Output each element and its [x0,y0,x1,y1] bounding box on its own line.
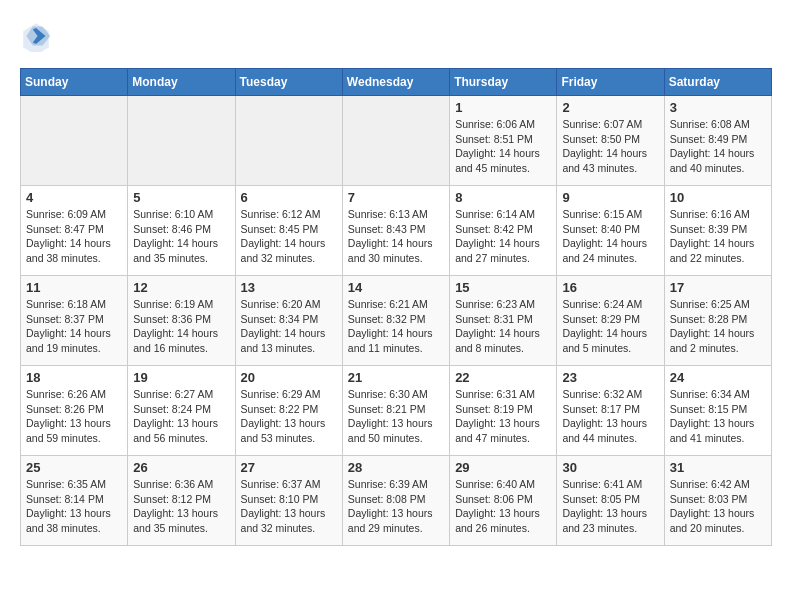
day-number: 23 [562,370,658,385]
day-number: 27 [241,460,337,475]
day-info: Sunrise: 6:18 AMSunset: 8:37 PMDaylight:… [26,297,122,356]
day-info: Sunrise: 6:21 AMSunset: 8:32 PMDaylight:… [348,297,444,356]
day-info: Sunrise: 6:12 AMSunset: 8:45 PMDaylight:… [241,207,337,266]
day-header-thursday: Thursday [450,69,557,96]
day-info: Sunrise: 6:08 AMSunset: 8:49 PMDaylight:… [670,117,766,176]
day-number: 19 [133,370,229,385]
week-row-2: 4Sunrise: 6:09 AMSunset: 8:47 PMDaylight… [21,186,772,276]
day-cell-24: 24Sunrise: 6:34 AMSunset: 8:15 PMDayligh… [664,366,771,456]
day-cell-4: 4Sunrise: 6:09 AMSunset: 8:47 PMDaylight… [21,186,128,276]
day-info: Sunrise: 6:35 AMSunset: 8:14 PMDaylight:… [26,477,122,536]
day-cell-23: 23Sunrise: 6:32 AMSunset: 8:17 PMDayligh… [557,366,664,456]
day-info: Sunrise: 6:40 AMSunset: 8:06 PMDaylight:… [455,477,551,536]
day-number: 11 [26,280,122,295]
day-cell-7: 7Sunrise: 6:13 AMSunset: 8:43 PMDaylight… [342,186,449,276]
logo [20,20,56,52]
day-cell-9: 9Sunrise: 6:15 AMSunset: 8:40 PMDaylight… [557,186,664,276]
day-cell-11: 11Sunrise: 6:18 AMSunset: 8:37 PMDayligh… [21,276,128,366]
day-cell-26: 26Sunrise: 6:36 AMSunset: 8:12 PMDayligh… [128,456,235,546]
header-row: SundayMondayTuesdayWednesdayThursdayFrid… [21,69,772,96]
day-cell-19: 19Sunrise: 6:27 AMSunset: 8:24 PMDayligh… [128,366,235,456]
day-cell-20: 20Sunrise: 6:29 AMSunset: 8:22 PMDayligh… [235,366,342,456]
day-info: Sunrise: 6:20 AMSunset: 8:34 PMDaylight:… [241,297,337,356]
day-cell-28: 28Sunrise: 6:39 AMSunset: 8:08 PMDayligh… [342,456,449,546]
day-number: 21 [348,370,444,385]
day-number: 3 [670,100,766,115]
day-number: 1 [455,100,551,115]
day-number: 7 [348,190,444,205]
day-number: 24 [670,370,766,385]
day-header-tuesday: Tuesday [235,69,342,96]
day-cell-30: 30Sunrise: 6:41 AMSunset: 8:05 PMDayligh… [557,456,664,546]
day-header-friday: Friday [557,69,664,96]
day-number: 2 [562,100,658,115]
week-row-1: 1Sunrise: 6:06 AMSunset: 8:51 PMDaylight… [21,96,772,186]
day-cell-12: 12Sunrise: 6:19 AMSunset: 8:36 PMDayligh… [128,276,235,366]
day-info: Sunrise: 6:30 AMSunset: 8:21 PMDaylight:… [348,387,444,446]
day-info: Sunrise: 6:06 AMSunset: 8:51 PMDaylight:… [455,117,551,176]
day-cell-21: 21Sunrise: 6:30 AMSunset: 8:21 PMDayligh… [342,366,449,456]
day-cell-6: 6Sunrise: 6:12 AMSunset: 8:45 PMDaylight… [235,186,342,276]
day-info: Sunrise: 6:41 AMSunset: 8:05 PMDaylight:… [562,477,658,536]
day-info: Sunrise: 6:26 AMSunset: 8:26 PMDaylight:… [26,387,122,446]
header [20,20,772,52]
day-number: 29 [455,460,551,475]
day-cell-17: 17Sunrise: 6:25 AMSunset: 8:28 PMDayligh… [664,276,771,366]
day-number: 8 [455,190,551,205]
empty-cell [21,96,128,186]
day-header-monday: Monday [128,69,235,96]
day-number: 22 [455,370,551,385]
day-header-wednesday: Wednesday [342,69,449,96]
day-info: Sunrise: 6:13 AMSunset: 8:43 PMDaylight:… [348,207,444,266]
calendar-body: 1Sunrise: 6:06 AMSunset: 8:51 PMDaylight… [21,96,772,546]
day-number: 31 [670,460,766,475]
day-number: 5 [133,190,229,205]
day-info: Sunrise: 6:29 AMSunset: 8:22 PMDaylight:… [241,387,337,446]
day-number: 14 [348,280,444,295]
day-number: 28 [348,460,444,475]
day-cell-2: 2Sunrise: 6:07 AMSunset: 8:50 PMDaylight… [557,96,664,186]
day-cell-1: 1Sunrise: 6:06 AMSunset: 8:51 PMDaylight… [450,96,557,186]
day-number: 18 [26,370,122,385]
day-number: 6 [241,190,337,205]
day-cell-15: 15Sunrise: 6:23 AMSunset: 8:31 PMDayligh… [450,276,557,366]
empty-cell [235,96,342,186]
day-info: Sunrise: 6:31 AMSunset: 8:19 PMDaylight:… [455,387,551,446]
week-row-3: 11Sunrise: 6:18 AMSunset: 8:37 PMDayligh… [21,276,772,366]
day-cell-27: 27Sunrise: 6:37 AMSunset: 8:10 PMDayligh… [235,456,342,546]
day-info: Sunrise: 6:34 AMSunset: 8:15 PMDaylight:… [670,387,766,446]
day-cell-22: 22Sunrise: 6:31 AMSunset: 8:19 PMDayligh… [450,366,557,456]
day-info: Sunrise: 6:27 AMSunset: 8:24 PMDaylight:… [133,387,229,446]
day-info: Sunrise: 6:14 AMSunset: 8:42 PMDaylight:… [455,207,551,266]
day-number: 10 [670,190,766,205]
day-info: Sunrise: 6:37 AMSunset: 8:10 PMDaylight:… [241,477,337,536]
calendar-header: SundayMondayTuesdayWednesdayThursdayFrid… [21,69,772,96]
day-header-sunday: Sunday [21,69,128,96]
day-info: Sunrise: 6:23 AMSunset: 8:31 PMDaylight:… [455,297,551,356]
day-info: Sunrise: 6:32 AMSunset: 8:17 PMDaylight:… [562,387,658,446]
day-info: Sunrise: 6:09 AMSunset: 8:47 PMDaylight:… [26,207,122,266]
day-cell-25: 25Sunrise: 6:35 AMSunset: 8:14 PMDayligh… [21,456,128,546]
day-cell-16: 16Sunrise: 6:24 AMSunset: 8:29 PMDayligh… [557,276,664,366]
day-number: 15 [455,280,551,295]
day-info: Sunrise: 6:10 AMSunset: 8:46 PMDaylight:… [133,207,229,266]
empty-cell [342,96,449,186]
day-info: Sunrise: 6:19 AMSunset: 8:36 PMDaylight:… [133,297,229,356]
day-cell-3: 3Sunrise: 6:08 AMSunset: 8:49 PMDaylight… [664,96,771,186]
day-cell-13: 13Sunrise: 6:20 AMSunset: 8:34 PMDayligh… [235,276,342,366]
day-header-saturday: Saturday [664,69,771,96]
logo-icon [20,20,52,52]
empty-cell [128,96,235,186]
day-number: 30 [562,460,658,475]
day-info: Sunrise: 6:07 AMSunset: 8:50 PMDaylight:… [562,117,658,176]
day-info: Sunrise: 6:25 AMSunset: 8:28 PMDaylight:… [670,297,766,356]
calendar: SundayMondayTuesdayWednesdayThursdayFrid… [20,68,772,546]
day-number: 4 [26,190,122,205]
day-cell-29: 29Sunrise: 6:40 AMSunset: 8:06 PMDayligh… [450,456,557,546]
day-cell-18: 18Sunrise: 6:26 AMSunset: 8:26 PMDayligh… [21,366,128,456]
week-row-4: 18Sunrise: 6:26 AMSunset: 8:26 PMDayligh… [21,366,772,456]
day-cell-31: 31Sunrise: 6:42 AMSunset: 8:03 PMDayligh… [664,456,771,546]
day-number: 13 [241,280,337,295]
day-number: 9 [562,190,658,205]
day-info: Sunrise: 6:36 AMSunset: 8:12 PMDaylight:… [133,477,229,536]
